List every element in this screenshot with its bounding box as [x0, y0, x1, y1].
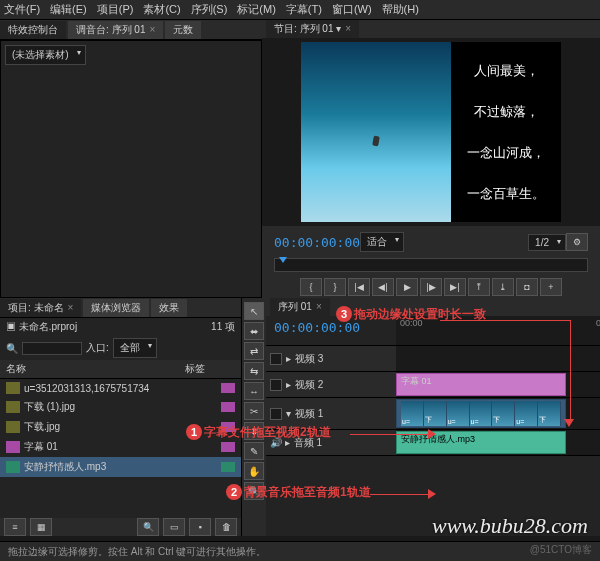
track-head-v1[interactable]: ▾ 视频 1 — [266, 398, 396, 429]
lift-button[interactable]: ⤒ — [468, 278, 490, 296]
close-icon[interactable]: × — [316, 301, 322, 312]
track-select-tool[interactable]: ⬌ — [244, 322, 264, 340]
audio-icon — [6, 461, 20, 473]
close-icon[interactable]: × — [68, 302, 74, 313]
close-icon[interactable]: × — [149, 24, 155, 35]
item-count: 11 项 — [211, 320, 235, 334]
fx-source-dropdown[interactable]: (未选择素材) — [5, 45, 86, 65]
selection-tool[interactable]: ↖ — [244, 302, 264, 320]
list-item[interactable]: 下载.jpg — [0, 417, 241, 437]
mark-in-button[interactable]: { — [300, 278, 322, 296]
annotation-arrow — [350, 434, 430, 435]
search-icon[interactable]: 🔍 — [6, 343, 18, 354]
arrow-head-icon — [564, 419, 574, 427]
menu-title[interactable]: 字幕(T) — [286, 2, 322, 17]
annotation-arrow — [370, 494, 430, 495]
eye-icon[interactable] — [270, 353, 282, 365]
image-icon — [6, 421, 20, 433]
extract-button[interactable]: ⤓ — [492, 278, 514, 296]
razor-tool[interactable]: ✂ — [244, 402, 264, 420]
timeline-timecode[interactable]: 00:00:00:00 — [274, 320, 388, 335]
list-item[interactable]: 下载 (1).jpg — [0, 397, 241, 417]
zoom-fit-dropdown[interactable]: 适合 — [360, 232, 404, 252]
zoom-tool[interactable]: 🔍 — [244, 482, 264, 500]
title-icon — [6, 441, 20, 453]
find-button[interactable]: 🔍 — [137, 518, 159, 536]
menu-file[interactable]: 文件(F) — [4, 2, 40, 17]
eye-icon[interactable] — [270, 379, 282, 391]
tab-mixer[interactable]: 调音台: 序列 01× — [68, 21, 163, 39]
step-back-button[interactable]: ◀| — [372, 278, 394, 296]
menu-bar: 文件(F) 编辑(E) 项目(P) 素材(C) 序列(S) 标记(M) 字幕(T… — [0, 0, 600, 20]
fx-body: (未选择素材) — [0, 40, 262, 298]
list-item[interactable]: 字幕 01 — [0, 437, 241, 457]
label-swatch — [221, 462, 235, 472]
arrow-head-icon — [428, 489, 436, 499]
in-dropdown[interactable]: 全部 — [113, 338, 157, 358]
tab-program[interactable]: 节目: 序列 01 ▾× — [266, 20, 359, 38]
delete-button[interactable]: 🗑 — [215, 518, 237, 536]
menu-edit[interactable]: 编辑(E) — [50, 2, 87, 17]
project-list: u=3512031313,1675751734 下载 (1).jpg 下载.jp… — [0, 379, 241, 518]
icon-view-button[interactable]: ▦ — [30, 518, 52, 536]
dropdown-icon[interactable]: ▾ — [336, 23, 341, 34]
menu-window[interactable]: 窗口(W) — [332, 2, 372, 17]
tab-project[interactable]: 项目: 未命名× — [0, 299, 81, 317]
arrow-head-icon — [428, 429, 436, 439]
menu-marker[interactable]: 标记(M) — [237, 2, 276, 17]
close-icon[interactable]: × — [345, 23, 351, 34]
tool-panel: ↖ ⬌ ⇄ ⇆ ↔ ✂ ⬍ ✎ ✋ 🔍 — [242, 298, 266, 536]
tab-fx-console[interactable]: 特效控制台 — [0, 21, 66, 39]
step-fwd-button[interactable]: |▶ — [420, 278, 442, 296]
playhead-icon[interactable] — [279, 257, 287, 263]
ripple-tool[interactable]: ⇄ — [244, 342, 264, 360]
slip-tool[interactable]: ⬍ — [244, 422, 264, 440]
image-icon — [6, 401, 20, 413]
track-head-v2[interactable]: ▸ 视频 2 — [266, 372, 396, 397]
menu-help[interactable]: 帮助(H) — [382, 2, 419, 17]
in-label: 入口: — [86, 341, 109, 355]
watermark-small: @51CTO博客 — [530, 543, 592, 557]
mark-out-button[interactable]: } — [324, 278, 346, 296]
program-timecode[interactable]: 00:00:00:00 — [274, 235, 360, 250]
eye-icon[interactable] — [270, 408, 282, 420]
tab-media-browser[interactable]: 媒体浏览器 — [83, 299, 149, 317]
menu-clip[interactable]: 素材(C) — [143, 2, 180, 17]
label-swatch — [221, 442, 235, 452]
rolling-tool[interactable]: ⇆ — [244, 362, 264, 380]
list-item[interactable]: 安静抒情感人.mp3 — [0, 457, 241, 477]
list-view-button[interactable]: ≡ — [4, 518, 26, 536]
program-scrubber[interactable] — [274, 258, 588, 272]
track-head-v3[interactable]: ▸ 视频 3 — [266, 346, 396, 371]
export-frame-button[interactable]: ◘ — [516, 278, 538, 296]
col-label[interactable]: 标签 — [185, 362, 235, 376]
col-name[interactable]: 名称 — [6, 362, 185, 376]
settings-icon[interactable]: ⚙ — [566, 233, 588, 251]
hand-tool[interactable]: ✋ — [244, 462, 264, 480]
play-button[interactable]: ▶ — [396, 278, 418, 296]
title-clip[interactable]: 字幕 01 — [396, 373, 566, 396]
go-in-button[interactable]: |◀ — [348, 278, 370, 296]
preview-overlay-text: 人间最美， 不过鲸落， 一念山河成， 一念百草生。 — [451, 42, 561, 222]
search-input[interactable] — [22, 342, 82, 355]
tab-sequence[interactable]: 序列 01× — [270, 298, 330, 316]
video-clip[interactable]: u=下u=u=下u=下 — [396, 399, 566, 428]
pen-tool[interactable]: ✎ — [244, 442, 264, 460]
status-bar: 拖拉边缘可选择修剪。按住 Alt 和 Ctrl 键可进行其他操作。 — [0, 541, 600, 561]
resolution-dropdown[interactable]: 1/2 — [528, 234, 566, 251]
menu-project[interactable]: 项目(P) — [97, 2, 134, 17]
program-tabs: 节目: 序列 01 ▾× — [262, 20, 600, 38]
new-item-button[interactable]: ▪ — [189, 518, 211, 536]
list-item[interactable]: u=3512031313,1675751734 — [0, 379, 241, 397]
rate-tool[interactable]: ↔ — [244, 382, 264, 400]
menu-sequence[interactable]: 序列(S) — [191, 2, 228, 17]
fx-tabs: 特效控制台 调音台: 序列 01× 元数 — [0, 20, 262, 40]
program-viewer[interactable]: 人间最美， 不过鲸落， 一念山河成， 一念百草生。 — [262, 38, 600, 226]
tab-effects[interactable]: 效果 — [151, 299, 187, 317]
label-swatch — [221, 422, 235, 432]
project-file-icon: ▣ 未命名.prproj — [6, 320, 77, 334]
go-out-button[interactable]: ▶| — [444, 278, 466, 296]
new-bin-button[interactable]: ▭ — [163, 518, 185, 536]
more-button[interactable]: + — [540, 278, 562, 296]
tab-meta[interactable]: 元数 — [165, 21, 201, 39]
